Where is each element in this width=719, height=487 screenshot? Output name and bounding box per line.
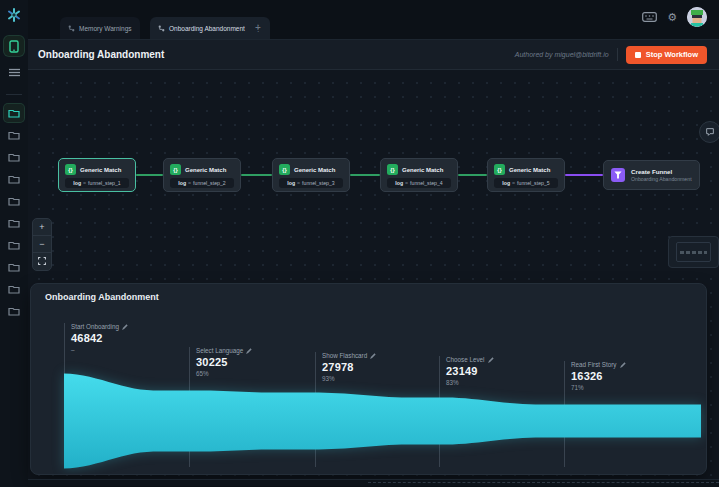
folder-icon — [8, 240, 20, 250]
folder-icon — [8, 218, 20, 228]
stage-percent: 65% — [196, 370, 252, 377]
stage-label: Read First Story — [571, 361, 617, 368]
tab-label: Onboarding Abandonment — [169, 25, 245, 32]
node-generic-match-5[interactable]: {}Generic Match log=funnel_step_5 — [487, 158, 565, 192]
stop-workflow-button[interactable]: Stop Workflow — [626, 46, 707, 64]
folder-item[interactable] — [4, 170, 24, 188]
funnel-stage-read-first-story: Read First Story 16326 71% — [564, 361, 626, 391]
node-condition: log=funnel_step_5 — [494, 178, 558, 188]
stage-label: Select Language — [196, 347, 243, 354]
edit-stage-icon[interactable] — [246, 348, 252, 354]
stage-value: 27978 — [322, 361, 376, 373]
list-icon — [9, 68, 20, 77]
stage-value: 46842 — [71, 332, 128, 344]
node-title: Generic Match — [80, 167, 121, 173]
fit-view-button[interactable] — [33, 253, 51, 270]
workflow-canvas[interactable]: {}Generic Match log=funnel_step_1 {}Gene… — [28, 70, 719, 486]
stop-icon — [635, 52, 641, 58]
folder-item[interactable] — [4, 214, 24, 232]
tab-memory-warnings[interactable]: Memory Warnings — [60, 17, 140, 39]
stage-label: Start Onboarding — [71, 323, 119, 330]
chat-bubble-icon — [705, 127, 715, 137]
keyboard-icon[interactable] — [642, 12, 657, 22]
node-condition: log=funnel_step_3 — [279, 178, 343, 188]
edge-step3-step4 — [350, 174, 380, 176]
edit-stage-icon[interactable] — [620, 362, 626, 368]
folder-item[interactable] — [4, 280, 24, 298]
node-condition: log=funnel_step_4 — [387, 178, 451, 188]
folder-item[interactable] — [4, 192, 24, 210]
node-generic-match-4[interactable]: {}Generic Match log=funnel_step_4 — [380, 158, 458, 192]
node-condition: log=funnel_step_2 — [170, 178, 234, 188]
node-title: Generic Match — [185, 167, 226, 173]
dashed-divider — [368, 482, 719, 483]
funnel-icon — [611, 168, 625, 182]
stage-value: 30225 — [196, 356, 252, 368]
user-avatar[interactable] — [687, 7, 707, 27]
minimap-viewport — [676, 242, 711, 262]
folder-item[interactable] — [4, 258, 24, 276]
minimap-nodes — [680, 251, 707, 254]
braces-icon: {} — [494, 164, 505, 175]
braces-icon: {} — [279, 164, 290, 175]
braces-icon: {} — [170, 164, 181, 175]
rail-divider — [6, 94, 22, 95]
edit-stage-icon[interactable] — [488, 357, 494, 363]
nav-device-sessions[interactable] — [4, 36, 24, 56]
fit-view-icon — [38, 257, 46, 265]
nav-list-view[interactable] — [4, 62, 24, 82]
node-title: Generic Match — [402, 167, 443, 173]
folder-icon — [8, 262, 20, 272]
node-generic-match-1[interactable]: {}Generic Match log=funnel_step_1 — [58, 158, 136, 192]
edit-stage-icon[interactable] — [122, 324, 128, 330]
braces-icon: {} — [387, 164, 398, 175]
edge-step4-step5 — [458, 174, 487, 176]
minimap[interactable] — [668, 236, 719, 268]
funnel-panel-title: Onboarding Abandonment — [45, 292, 159, 302]
settings-gear-icon[interactable]: ⚙ — [667, 12, 677, 23]
edit-stage-icon[interactable] — [370, 353, 376, 359]
tab-label: Memory Warnings — [79, 25, 132, 32]
stage-percent: 71% — [571, 384, 626, 391]
tab-workflow-icon — [158, 25, 165, 32]
stage-percent: 93% — [322, 375, 376, 382]
folder-item[interactable] — [4, 236, 24, 254]
main-area: Memory Warnings Onboarding Abandonment ⋮… — [28, 0, 719, 487]
folder-icon — [8, 152, 20, 162]
node-generic-match-3[interactable]: {}Generic Match log=funnel_step_3 — [272, 158, 350, 192]
bitdrift-logo[interactable] — [6, 7, 22, 23]
node-create-funnel[interactable]: Create Funnel Onboarding Abandonment — [603, 160, 700, 190]
stage-percent: – — [71, 346, 128, 353]
folder-icon — [8, 130, 20, 140]
stage-value: 16326 — [571, 370, 626, 382]
node-title: Generic Match — [509, 167, 550, 173]
workflow-header: Onboarding Abandonment Authored by migue… — [28, 40, 719, 70]
stop-workflow-label: Stop Workflow — [646, 50, 698, 59]
zoom-out-button[interactable]: − — [33, 236, 51, 253]
folder-item[interactable] — [4, 302, 24, 320]
braces-icon: {} — [65, 164, 76, 175]
mobile-device-icon — [9, 40, 19, 53]
folder-icon — [8, 196, 20, 206]
tab-bar: Memory Warnings Onboarding Abandonment ⋮… — [28, 0, 719, 40]
left-rail — [0, 0, 28, 487]
page-title: Onboarding Abandonment — [38, 49, 164, 60]
canvas-zoom-controls: + − — [32, 218, 52, 271]
edge-step1-step2 — [136, 174, 163, 176]
bottom-panel-edge — [28, 479, 719, 486]
stage-label: Choose Level — [446, 356, 485, 363]
node-generic-match-2[interactable]: {}Generic Match log=funnel_step_2 — [163, 158, 241, 192]
folder-icon — [8, 108, 20, 118]
folder-item-active[interactable] — [4, 104, 24, 122]
authored-by-text: Authored by miguel@bitdrift.io — [515, 51, 609, 58]
zoom-in-button[interactable]: + — [33, 219, 51, 236]
folder-item[interactable] — [4, 148, 24, 166]
folder-item[interactable] — [4, 126, 24, 144]
funnel-stage-select-language: Select Language 30225 65% — [189, 347, 252, 377]
node-subtitle: Onboarding Abandonment — [631, 176, 692, 183]
node-condition: log=funnel_step_1 — [65, 178, 129, 188]
comments-button[interactable] — [699, 121, 719, 143]
new-tab-button[interactable]: + — [250, 20, 266, 36]
node-title: Create Funnel — [631, 168, 692, 176]
stage-label: Show Flashcard — [322, 352, 367, 359]
